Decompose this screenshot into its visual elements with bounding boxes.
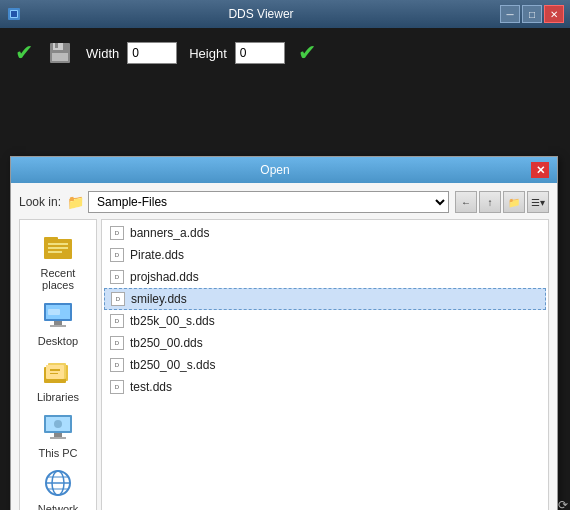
nav-view-button[interactable]: ☰▾ (527, 191, 549, 213)
file-icon: D (110, 314, 124, 328)
lookin-label: Look in: (19, 195, 61, 209)
file-icon: D (110, 380, 124, 394)
dialog-content: Look in: 📁 Sample-Files ← ↑ 📁 ☰▾ (11, 183, 557, 510)
network-icon (42, 469, 74, 501)
desktop-label: Desktop (38, 335, 78, 347)
nav-back-button[interactable]: ← (455, 191, 477, 213)
places-sidebar: Recent places (19, 219, 97, 510)
title-bar: DDS Viewer ─ □ ✕ (0, 0, 570, 28)
file-item-selected[interactable]: D smiley.dds (104, 288, 546, 310)
lookin-row: Look in: 📁 Sample-Files ← ↑ 📁 ☰▾ (19, 191, 549, 213)
svg-rect-25 (54, 433, 62, 437)
sidebar-item-recent-places[interactable]: Recent places (24, 228, 92, 296)
main-area: Recent places (19, 219, 549, 510)
file-item[interactable]: D tb250_00.dds (104, 332, 546, 354)
svg-rect-6 (52, 53, 68, 61)
recent-places-icon (42, 233, 74, 265)
nav-new-folder-button[interactable]: 📁 (503, 191, 525, 213)
file-icon: D (111, 292, 125, 306)
file-name: tb250_00_s.dds (130, 358, 215, 372)
svg-rect-10 (48, 247, 68, 249)
svg-rect-8 (44, 237, 58, 241)
lookin-dropdown[interactable]: Sample-Files (88, 191, 449, 213)
this-pc-label: This PC (38, 447, 77, 459)
svg-rect-16 (48, 309, 60, 315)
file-item[interactable]: D tb25k_00_s.dds (104, 310, 546, 332)
this-pc-icon (42, 413, 74, 445)
desktop-icon (42, 301, 74, 333)
file-name: banners_a.dds (130, 226, 209, 240)
nav-up-button[interactable]: ↑ (479, 191, 501, 213)
file-item[interactable]: D projshad.dds (104, 266, 546, 288)
file-name: projshad.dds (130, 270, 199, 284)
file-item[interactable]: D test.dds (104, 376, 546, 398)
nav-buttons: ← ↑ 📁 ☰▾ (455, 191, 549, 213)
maximize-button[interactable]: □ (522, 5, 542, 23)
height-label: Height (189, 46, 227, 61)
file-item[interactable]: D banners_a.dds (104, 222, 546, 244)
file-icon: D (110, 248, 124, 262)
window-controls: ─ □ ✕ (500, 5, 564, 23)
file-name: tb25k_00_s.dds (130, 314, 215, 328)
sidebar-item-network[interactable]: Network (24, 464, 92, 510)
svg-rect-21 (50, 369, 60, 371)
main-frame: Open ✕ Look in: 📁 Sample-Files ← (0, 78, 570, 510)
file-name: tb250_00.dds (130, 336, 203, 350)
sidebar-item-this-pc[interactable]: This PC (24, 408, 92, 464)
width-label: Width (86, 46, 119, 61)
libraries-label: Libraries (37, 391, 79, 403)
toolbar: ✔ Width Height ✔ (0, 28, 570, 78)
svg-rect-22 (50, 373, 58, 374)
file-icon: D (110, 358, 124, 372)
recent-places-label: Recent places (31, 267, 85, 291)
open-dialog: Open ✕ Look in: 📁 Sample-Files ← (10, 156, 558, 510)
file-icon: D (110, 226, 124, 240)
svg-rect-11 (48, 251, 62, 253)
network-label: Network (38, 503, 78, 510)
svg-rect-2 (11, 11, 17, 17)
svg-rect-5 (55, 43, 58, 48)
check-icon-right: ✔ (293, 39, 321, 67)
file-name: test.dds (130, 380, 172, 394)
lookin-select: 📁 Sample-Files (67, 191, 449, 213)
file-list[interactable]: D banners_a.dds D Pirate.dds D projshad.… (101, 219, 549, 510)
resize-handle[interactable]: ⟳ (558, 498, 568, 508)
height-input[interactable] (235, 42, 285, 64)
file-icon: D (110, 270, 124, 284)
svg-point-27 (54, 420, 62, 428)
file-name: smiley.dds (131, 292, 187, 306)
libraries-icon (42, 357, 74, 389)
file-icon: D (110, 336, 124, 350)
minimize-button[interactable]: ─ (500, 5, 520, 23)
save-icon[interactable] (46, 39, 74, 67)
app-icon (6, 6, 22, 22)
svg-rect-20 (46, 365, 64, 379)
sidebar-item-libraries[interactable]: Libraries (24, 352, 92, 408)
check-icon-left: ✔ (10, 39, 38, 67)
app-window: DDS Viewer ─ □ ✕ ✔ Width Height ✔ (0, 0, 570, 510)
sidebar-item-desktop[interactable]: Desktop (24, 296, 92, 352)
svg-rect-14 (54, 321, 62, 325)
file-name: Pirate.dds (130, 248, 184, 262)
dialog-title-bar: Open ✕ (11, 157, 557, 183)
width-input[interactable] (127, 42, 177, 64)
file-item[interactable]: D tb250_00_s.dds (104, 354, 546, 376)
close-button[interactable]: ✕ (544, 5, 564, 23)
app-title: DDS Viewer (22, 7, 500, 21)
svg-rect-26 (50, 437, 66, 439)
dialog-close-button[interactable]: ✕ (531, 162, 549, 178)
svg-rect-9 (48, 243, 68, 245)
file-item[interactable]: D Pirate.dds (104, 244, 546, 266)
svg-rect-15 (50, 325, 66, 327)
folder-icon: 📁 (67, 194, 84, 210)
dialog-title: Open (19, 163, 531, 177)
